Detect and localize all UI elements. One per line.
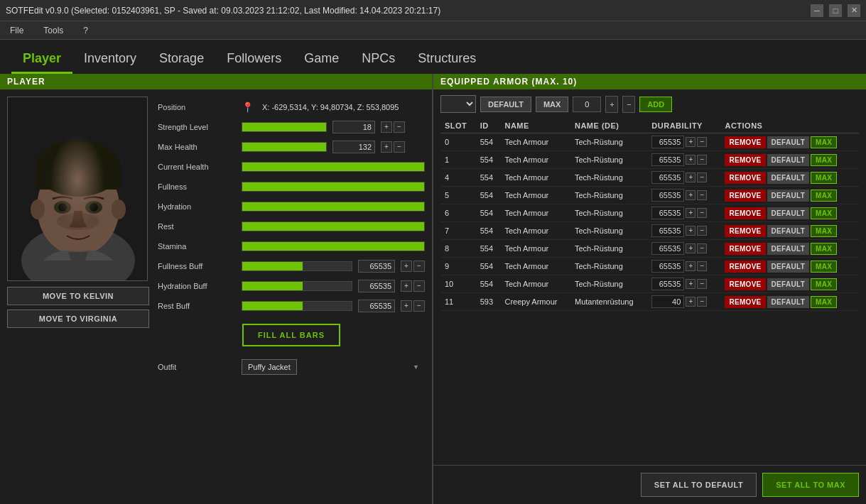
durability-input[interactable] <box>651 153 684 166</box>
durability-input[interactable] <box>651 260 684 273</box>
tab-followers[interactable]: Followers <box>215 45 293 74</box>
tab-game[interactable]: Game <box>293 45 350 74</box>
max-health-input[interactable] <box>332 141 375 153</box>
durability-decrement[interactable]: − <box>697 155 707 165</box>
strength-decrement[interactable]: − <box>394 121 405 133</box>
default-button[interactable]: DEFAULT <box>767 243 809 255</box>
tab-storage[interactable]: Storage <box>148 45 215 74</box>
toolbar-default-button[interactable]: DEFAULT <box>480 97 531 112</box>
durability-input[interactable] <box>651 278 684 290</box>
max-button[interactable]: MAX <box>811 225 837 237</box>
max-button[interactable]: MAX <box>811 296 837 308</box>
remove-button[interactable]: REMOVE <box>725 278 765 290</box>
fullness-buff-decrement[interactable]: − <box>413 261 425 272</box>
durability-input[interactable] <box>651 224 684 237</box>
tab-npcs[interactable]: NPCs <box>350 45 406 74</box>
toolbar-add-button[interactable]: ADD <box>639 97 672 112</box>
rest-buff-input[interactable] <box>358 300 395 312</box>
durability-decrement[interactable]: − <box>697 243 707 253</box>
toolbar-quantity-input[interactable] <box>573 97 601 112</box>
max-button[interactable]: MAX <box>811 136 837 148</box>
minimize-button[interactable]: ─ <box>811 4 823 17</box>
durability-input[interactable] <box>651 242 684 255</box>
durability-input[interactable] <box>651 171 684 184</box>
durability-increment[interactable]: + <box>686 137 695 147</box>
hydration-buff-decrement[interactable]: − <box>413 280 425 292</box>
durability-decrement[interactable]: − <box>697 190 707 200</box>
default-button[interactable]: DEFAULT <box>767 154 809 166</box>
durability-decrement[interactable]: − <box>697 226 707 236</box>
default-button[interactable]: DEFAULT <box>767 225 809 237</box>
durability-increment[interactable]: + <box>686 208 695 218</box>
durability-decrement[interactable]: − <box>697 137 707 147</box>
max-button[interactable]: MAX <box>811 154 837 166</box>
durability-increment[interactable]: + <box>686 297 695 307</box>
toolbar-quantity-increment[interactable]: + <box>605 96 618 113</box>
durability-increment[interactable]: + <box>686 172 695 182</box>
remove-button[interactable]: REMOVE <box>725 154 765 166</box>
set-all-default-button[interactable]: SET ALL TO DEFAULT <box>641 473 757 497</box>
default-button[interactable]: DEFAULT <box>767 207 809 219</box>
remove-button[interactable]: REMOVE <box>725 136 765 148</box>
menu-file[interactable]: File <box>6 24 28 37</box>
toolbar-max-button[interactable]: MAX <box>536 97 568 112</box>
durability-increment[interactable]: + <box>686 226 695 236</box>
move-to-kelvin-button[interactable]: MOVE TO KELVIN <box>7 287 149 305</box>
durability-decrement[interactable]: − <box>697 279 707 289</box>
strength-input[interactable] <box>332 121 375 133</box>
max-button[interactable]: MAX <box>811 172 837 184</box>
durability-decrement[interactable]: − <box>697 297 707 307</box>
default-button[interactable]: DEFAULT <box>767 278 809 290</box>
armor-type-dropdown[interactable] <box>440 95 476 113</box>
durability-input[interactable] <box>651 295 684 308</box>
durability-decrement[interactable]: − <box>697 172 707 182</box>
default-button[interactable]: DEFAULT <box>767 296 809 308</box>
tab-inventory[interactable]: Inventory <box>72 45 148 74</box>
max-button[interactable]: MAX <box>811 278 837 290</box>
maximize-button[interactable]: □ <box>829 4 842 17</box>
fill-all-bars-button[interactable]: FILL ALL BARS <box>242 324 340 346</box>
max-health-increment[interactable]: + <box>381 141 392 153</box>
durability-decrement[interactable]: − <box>697 261 707 271</box>
durability-decrement[interactable]: − <box>697 208 707 218</box>
move-to-virginia-button[interactable]: MOVE TO VIRGINIA <box>7 309 149 328</box>
close-button[interactable]: ✕ <box>848 4 860 17</box>
menu-help[interactable]: ? <box>79 24 92 37</box>
remove-button[interactable]: REMOVE <box>725 207 765 219</box>
max-health-decrement[interactable]: − <box>394 141 405 153</box>
max-button[interactable]: MAX <box>811 207 837 219</box>
durability-increment[interactable]: + <box>686 279 695 289</box>
remove-button[interactable]: REMOVE <box>725 243 765 255</box>
durability-input[interactable] <box>651 189 684 202</box>
max-button[interactable]: MAX <box>811 261 837 273</box>
durability-increment[interactable]: + <box>686 243 695 253</box>
hydration-buff-input[interactable] <box>358 280 395 292</box>
durability-increment[interactable]: + <box>686 190 695 200</box>
default-button[interactable]: DEFAULT <box>767 190 809 202</box>
durability-input[interactable] <box>651 207 684 219</box>
fullness-buff-input[interactable] <box>358 260 395 273</box>
rest-buff-decrement[interactable]: − <box>413 300 425 312</box>
menu-tools[interactable]: Tools <box>39 24 67 37</box>
durability-increment[interactable]: + <box>686 155 695 165</box>
default-button[interactable]: DEFAULT <box>767 261 809 273</box>
durability-increment[interactable]: + <box>686 261 695 271</box>
remove-button[interactable]: REMOVE <box>725 225 765 237</box>
remove-button[interactable]: REMOVE <box>725 261 765 273</box>
outfit-select[interactable]: Puffy Jacket <box>242 359 297 375</box>
remove-button[interactable]: REMOVE <box>725 172 765 184</box>
fullness-buff-increment[interactable]: + <box>401 261 412 272</box>
durability-input[interactable] <box>651 136 684 148</box>
tab-player[interactable]: Player <box>11 45 72 74</box>
toolbar-quantity-decrement[interactable]: − <box>622 96 635 113</box>
default-button[interactable]: DEFAULT <box>767 136 809 148</box>
max-button[interactable]: MAX <box>811 243 837 255</box>
set-all-max-button[interactable]: SET ALL TO MAX <box>762 473 859 497</box>
max-button[interactable]: MAX <box>811 190 837 202</box>
strength-increment[interactable]: + <box>381 121 392 133</box>
hydration-buff-increment[interactable]: + <box>401 280 412 292</box>
rest-buff-increment[interactable]: + <box>401 300 412 312</box>
tab-structures[interactable]: Structures <box>406 45 487 74</box>
remove-button[interactable]: REMOVE <box>725 190 765 202</box>
remove-button[interactable]: REMOVE <box>725 296 765 308</box>
